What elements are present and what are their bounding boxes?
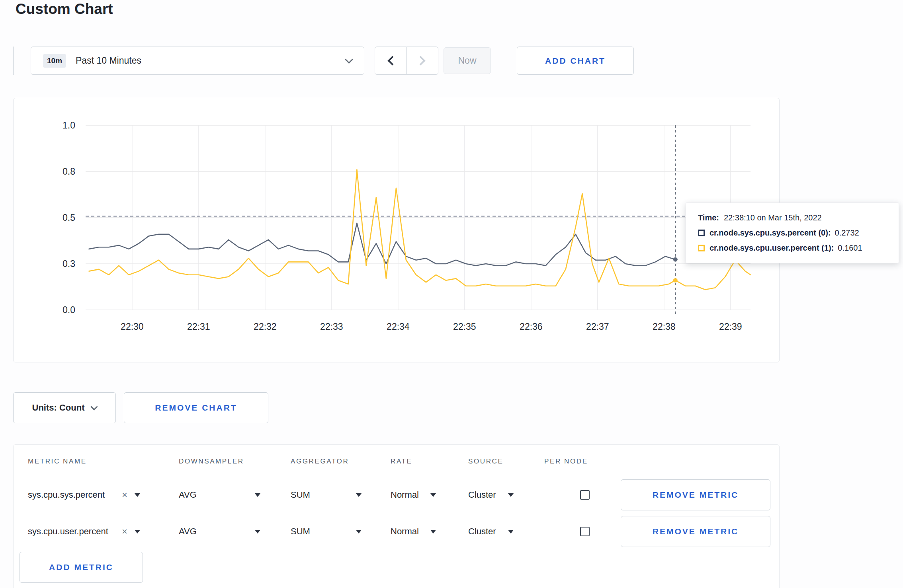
units-dropdown[interactable]: Units: Count	[13, 392, 116, 423]
chevron-down-icon	[345, 55, 353, 64]
remove-metric-button[interactable]: REMOVE METRIC	[621, 516, 770, 547]
chart-card: 22:3022:3122:3222:3322:3422:3522:3622:37…	[13, 98, 780, 362]
column-header: RATE	[391, 458, 468, 465]
remove-chart-button[interactable]: REMOVE CHART	[124, 392, 268, 423]
rate-select[interactable]: Normal	[391, 490, 436, 500]
custom-chart-page: Custom Chart 10m Past 10 Minutes Now ADD…	[0, 0, 903, 588]
metric-name-select[interactable]: sys.cpu.user.percent×	[28, 526, 140, 537]
svg-text:0.8: 0.8	[63, 166, 75, 177]
svg-text:0.5: 0.5	[63, 212, 75, 223]
metrics-table-header: METRIC NAMEDOWNSAMPLERAGGREGATORRATESOUR…	[14, 458, 779, 465]
tooltip-series-row: cr.node.sys.cpu.user.percent (1):0.1601	[698, 243, 887, 253]
time-range-label: Past 10 Minutes	[76, 55, 141, 66]
per-node-checkbox[interactable]	[580, 527, 590, 536]
time-back-button[interactable]	[375, 47, 407, 75]
caret-down-icon	[430, 530, 436, 533]
page-title: Custom Chart	[16, 1, 113, 18]
clear-icon[interactable]: ×	[122, 489, 127, 500]
metrics-table-rows: sys.cpu.sys.percent×AVGSUMNormalClusterR…	[14, 477, 779, 550]
svg-text:0.0: 0.0	[63, 305, 75, 315]
caret-down-icon	[356, 530, 362, 533]
metric-row: sys.cpu.user.percent×AVGSUMNormalCluster…	[14, 513, 779, 550]
tooltip-series-row: cr.node.sys.cpu.sys.percent (0):0.2732	[698, 228, 887, 238]
remove-metric-button[interactable]: REMOVE METRIC	[621, 479, 770, 510]
time-range-badge: 10m	[43, 54, 66, 68]
svg-text:22:37: 22:37	[586, 321, 609, 332]
source-select[interactable]: Cluster	[468, 526, 514, 537]
series-swatch-icon	[698, 245, 705, 251]
series-swatch-icon	[698, 230, 705, 236]
caret-down-icon	[135, 530, 140, 533]
add-chart-button[interactable]: ADD CHART	[517, 47, 634, 75]
time-forward-button[interactable]	[407, 47, 438, 75]
time-range-dropdown[interactable]: 10m Past 10 Minutes	[31, 47, 364, 75]
time-nav-group	[375, 47, 438, 75]
svg-text:22:38: 22:38	[653, 321, 676, 332]
add-metric-button[interactable]: ADD METRIC	[20, 552, 143, 583]
svg-text:1.0: 1.0	[63, 120, 75, 130]
svg-text:22:31: 22:31	[187, 321, 210, 332]
downsampler-select-value: AVG	[179, 526, 197, 537]
toolbar-divider	[13, 47, 14, 75]
aggregator-select-value: SUM	[291, 526, 310, 537]
chevron-right-icon	[416, 56, 425, 65]
metrics-line-chart[interactable]: 22:3022:3122:3222:3322:3422:3522:3622:37…	[14, 98, 779, 362]
metric-name-select-value: sys.cpu.sys.percent	[28, 490, 105, 500]
aggregator-select[interactable]: SUM	[291, 490, 362, 500]
rate-select-value: Normal	[391, 526, 419, 537]
metric-row: sys.cpu.sys.percent×AVGSUMNormalClusterR…	[14, 477, 779, 513]
chevron-left-icon	[387, 56, 397, 65]
column-header: DOWNSAMPLER	[179, 458, 291, 465]
aggregator-select-value: SUM	[291, 490, 310, 500]
metrics-table-card: METRIC NAMEDOWNSAMPLERAGGREGATORRATESOUR…	[13, 444, 780, 588]
source-select[interactable]: Cluster	[468, 490, 514, 500]
tooltip-series-value: 0.1601	[838, 243, 862, 253]
caret-down-icon	[508, 530, 514, 533]
tooltip-time-value: 22:38:10 on Mar 15th, 2022	[724, 213, 822, 222]
units-label: Units: Count	[32, 403, 85, 413]
caret-down-icon	[508, 493, 514, 497]
svg-text:0.3: 0.3	[63, 259, 75, 269]
source-select-value: Cluster	[468, 490, 496, 500]
now-button[interactable]: Now	[444, 47, 491, 74]
downsampler-select[interactable]: AVG	[179, 526, 260, 537]
svg-text:22:30: 22:30	[121, 321, 144, 332]
column-header: PER NODE	[544, 458, 621, 465]
tooltip-series-value: 0.2732	[835, 228, 859, 238]
tooltip-series-label: cr.node.sys.cpu.user.percent (1):	[710, 243, 834, 253]
aggregator-select[interactable]: SUM	[291, 526, 362, 537]
chevron-down-icon	[91, 403, 98, 410]
tooltip-time-row: Time:22:38:10 on Mar 15th, 2022	[698, 213, 887, 222]
svg-text:22:35: 22:35	[453, 321, 476, 332]
caret-down-icon	[255, 493, 260, 497]
caret-down-icon	[356, 493, 362, 497]
tooltip-time-label: Time:	[698, 213, 719, 222]
rate-select[interactable]: Normal	[391, 526, 436, 537]
source-select-value: Cluster	[468, 526, 496, 537]
svg-text:22:36: 22:36	[520, 321, 543, 332]
svg-text:22:33: 22:33	[320, 321, 343, 332]
svg-text:22:39: 22:39	[719, 321, 742, 332]
column-header: AGGREGATOR	[291, 458, 391, 465]
metric-name-select[interactable]: sys.cpu.sys.percent×	[28, 489, 140, 500]
rate-select-value: Normal	[391, 490, 419, 500]
tooltip-series-label: cr.node.sys.cpu.sys.percent (0):	[710, 228, 831, 238]
per-node-checkbox[interactable]	[580, 490, 590, 500]
svg-text:22:32: 22:32	[254, 321, 277, 332]
metric-name-select-value: sys.cpu.user.percent	[28, 526, 108, 537]
chart-tooltip: Time:22:38:10 on Mar 15th, 2022 cr.node.…	[686, 202, 899, 263]
column-header: METRIC NAME	[28, 458, 179, 465]
downsampler-select-value: AVG	[179, 490, 197, 500]
caret-down-icon	[430, 493, 436, 497]
caret-down-icon	[255, 530, 260, 533]
caret-down-icon	[135, 493, 140, 497]
clear-icon[interactable]: ×	[122, 526, 127, 537]
column-header: SOURCE	[468, 458, 544, 465]
svg-text:22:34: 22:34	[387, 321, 410, 332]
downsampler-select[interactable]: AVG	[179, 490, 260, 500]
